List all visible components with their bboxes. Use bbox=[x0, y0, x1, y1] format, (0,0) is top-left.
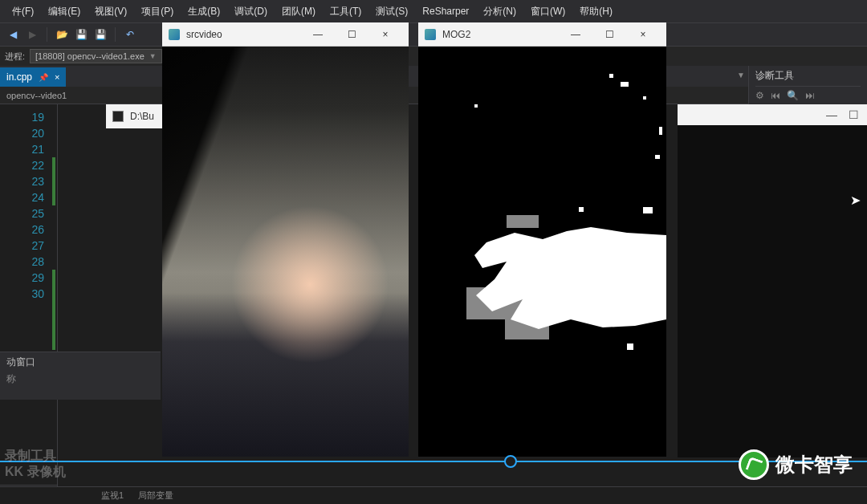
foreground-mask bbox=[418, 47, 666, 457]
mouse-cursor-icon: ➤ bbox=[850, 193, 861, 208]
minimize-button[interactable]: — bbox=[301, 23, 335, 46]
auto-window-title: 动窗口 bbox=[6, 356, 154, 369]
status-item[interactable]: 监视1 bbox=[101, 490, 124, 502]
opencv-icon bbox=[169, 29, 180, 40]
tab-active[interactable]: in.cpp 📌 × bbox=[0, 67, 66, 87]
brand-watermark: 微卡智享 bbox=[739, 449, 853, 480]
menu-item[interactable]: 工具(T) bbox=[323, 0, 368, 22]
line-number: 29 bbox=[0, 270, 57, 286]
maximize-button[interactable]: ☐ bbox=[335, 23, 368, 46]
line-number: 23 bbox=[0, 173, 57, 189]
next-icon[interactable]: ⏭ bbox=[805, 90, 815, 101]
status-item[interactable]: 局部变量 bbox=[138, 490, 173, 502]
opencv-icon bbox=[425, 29, 436, 40]
window-title: srcvideo bbox=[186, 29, 301, 40]
saveall-button[interactable]: 💾 bbox=[92, 26, 108, 43]
wechat-icon bbox=[739, 449, 769, 480]
svg-rect-11 bbox=[643, 207, 653, 213]
timeline[interactable] bbox=[0, 453, 867, 470]
diagnostics-title: 诊断工具 bbox=[755, 69, 861, 87]
process-label: 进程: bbox=[5, 51, 25, 63]
svg-rect-4 bbox=[659, 127, 662, 135]
nav-back-button[interactable]: ◀ bbox=[5, 26, 21, 43]
dropdown-icon[interactable]: ▼ bbox=[737, 71, 745, 79]
gear-icon[interactable]: ⚙ bbox=[755, 90, 764, 101]
line-gutter: 19 20 21 22 23 24 25 26 27 28 29 30 0 % … bbox=[0, 104, 58, 504]
brand-text: 微卡智享 bbox=[775, 452, 853, 478]
pin-icon[interactable]: 📌 bbox=[39, 73, 48, 82]
close-button[interactable]: × bbox=[626, 23, 660, 46]
save-button[interactable]: 💾 bbox=[73, 26, 89, 43]
open-button[interactable]: 📂 bbox=[54, 26, 70, 43]
svg-rect-6 bbox=[507, 215, 539, 228]
auto-window-col: 称 bbox=[6, 372, 154, 386]
menu-item[interactable]: 窗口(W) bbox=[523, 0, 572, 22]
menu-item[interactable]: ReSharper bbox=[415, 0, 476, 22]
recorder-watermark: 录制工具 KK 录像机 bbox=[5, 448, 66, 480]
line-number: 24 bbox=[0, 189, 57, 205]
menu-item[interactable]: 编辑(E) bbox=[41, 0, 88, 22]
auto-window: 动窗口 称 bbox=[0, 352, 161, 400]
close-button[interactable]: × bbox=[368, 23, 402, 46]
line-number: 26 bbox=[0, 222, 57, 238]
tab-label: in.cpp bbox=[6, 71, 32, 83]
process-selector[interactable]: [18808] opencv--video1.exe ▼ bbox=[30, 49, 162, 63]
process-value: [18808] opencv--video1.exe bbox=[35, 51, 144, 61]
menu-bar: 件(F) 编辑(E) 视图(V) 项目(P) 生成(B) 调试(D) 团队(M)… bbox=[0, 0, 867, 22]
change-bar bbox=[52, 157, 55, 205]
menu-item[interactable]: 帮助(H) bbox=[572, 0, 620, 22]
prev-icon[interactable]: ⏮ bbox=[771, 90, 780, 101]
menu-item[interactable]: 视图(V) bbox=[88, 0, 134, 22]
menu-item[interactable]: 生成(B) bbox=[181, 0, 227, 22]
svg-rect-13 bbox=[579, 207, 584, 212]
menu-item[interactable]: 调试(D) bbox=[227, 0, 275, 22]
svg-rect-1 bbox=[621, 82, 629, 87]
close-icon[interactable]: × bbox=[55, 72, 59, 82]
menu-item[interactable]: 测试(S) bbox=[368, 0, 415, 22]
svg-rect-3 bbox=[474, 104, 478, 108]
line-number: 21 bbox=[0, 141, 57, 157]
svg-rect-5 bbox=[655, 155, 660, 159]
svg-rect-0 bbox=[609, 74, 613, 78]
diagnostics-toolbar: ⚙ ⏮ 🔍 ⏭ bbox=[755, 90, 861, 101]
menu-item[interactable]: 分析(N) bbox=[476, 0, 523, 22]
titlebar[interactable]: srcvideo — ☐ × bbox=[162, 22, 409, 47]
line-number: 19 bbox=[0, 109, 57, 125]
svg-rect-2 bbox=[643, 96, 646, 100]
zoom-icon[interactable]: 🔍 bbox=[787, 90, 799, 101]
video-frame bbox=[162, 47, 409, 457]
change-bar bbox=[52, 270, 55, 350]
crumb-project[interactable]: opencv--video1 bbox=[6, 91, 67, 100]
timeline-track[interactable] bbox=[0, 461, 867, 462]
status-bar: 监视1 局部变量 bbox=[0, 486, 867, 504]
line-number: 25 bbox=[0, 205, 57, 222]
mask-frame bbox=[418, 47, 666, 457]
menu-item[interactable]: 团队(M) bbox=[275, 0, 323, 22]
blank-child-window[interactable]: — ☐ bbox=[678, 104, 867, 457]
line-number: 30 bbox=[0, 286, 57, 302]
menu-item[interactable]: 项目(P) bbox=[134, 0, 181, 22]
srcvideo-window[interactable]: srcvideo — ☐ × bbox=[162, 22, 409, 457]
undo-button[interactable]: ↶ bbox=[122, 26, 138, 43]
chevron-down-icon: ▼ bbox=[149, 52, 157, 60]
menu-item[interactable]: 件(F) bbox=[5, 0, 41, 22]
svg-rect-12 bbox=[627, 343, 633, 350]
line-number: 27 bbox=[0, 238, 57, 254]
maximize-button[interactable]: ☐ bbox=[592, 23, 626, 46]
line-number: 22 bbox=[0, 157, 57, 173]
titlebar[interactable]: MOG2 — ☐ × bbox=[418, 22, 666, 47]
line-number: 20 bbox=[0, 125, 57, 141]
nav-fwd-button[interactable]: ▶ bbox=[24, 26, 40, 43]
mog2-window[interactable]: MOG2 — ☐ × bbox=[418, 22, 666, 457]
minimize-button[interactable]: — bbox=[559, 23, 592, 46]
minimize-button[interactable]: — bbox=[826, 108, 837, 121]
maximize-button[interactable]: ☐ bbox=[849, 108, 859, 121]
console-icon bbox=[112, 111, 124, 122]
window-title: MOG2 bbox=[442, 29, 559, 40]
line-number: 28 bbox=[0, 254, 57, 270]
timeline-playhead[interactable] bbox=[504, 455, 517, 468]
console-title: D:\Bu bbox=[130, 111, 154, 122]
